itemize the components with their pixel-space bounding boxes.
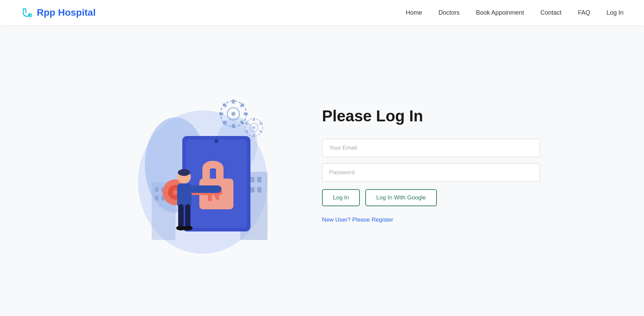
svg-point-19 (252, 126, 255, 129)
svg-rect-48 (208, 195, 212, 201)
email-group (322, 139, 540, 157)
nav-home[interactable]: Home (406, 9, 422, 16)
navbar: Rpp Hospital Home Doctors Book Appoinmen… (0, 0, 644, 25)
nav-contact[interactable]: Contact (540, 9, 562, 16)
svg-rect-15 (219, 112, 223, 115)
svg-rect-49 (216, 195, 219, 200)
svg-rect-23 (253, 134, 255, 137)
svg-rect-11 (244, 112, 248, 115)
login-illustration (107, 76, 278, 254)
nav-links: Home Doctors Book Appoinment Contact FAQ… (406, 9, 624, 16)
password-group (322, 163, 540, 182)
svg-rect-28 (250, 177, 255, 182)
svg-point-8 (231, 112, 235, 116)
register-link[interactable]: New User? Please Register (322, 216, 393, 223)
google-login-button[interactable]: Log In With Google (365, 189, 437, 206)
svg-rect-54 (178, 204, 184, 228)
brand-logo-link[interactable]: Rpp Hospital (20, 6, 96, 19)
svg-rect-31 (250, 187, 255, 193)
svg-rect-36 (155, 196, 158, 200)
buttons-row: Log In Log In With Google (322, 189, 540, 206)
login-button[interactable]: Log In (322, 189, 360, 206)
nav-book-appointment[interactable]: Book Appoinment (476, 9, 524, 16)
svg-point-57 (183, 226, 193, 230)
svg-rect-13 (232, 124, 235, 128)
svg-point-43 (214, 139, 218, 143)
main-content: Please Log In Log In Log In With Google … (0, 25, 644, 305)
svg-rect-29 (257, 177, 261, 182)
svg-rect-34 (155, 187, 158, 192)
svg-rect-32 (257, 187, 261, 193)
nav-doctors[interactable]: Doctors (439, 9, 460, 16)
brand-name: Rpp Hospital (37, 7, 96, 18)
login-section: Please Log In Log In Log In With Google … (322, 107, 540, 223)
svg-rect-9 (232, 100, 235, 104)
nav-login[interactable]: Log In (607, 9, 624, 16)
svg-rect-55 (185, 204, 190, 228)
svg-rect-22 (259, 130, 263, 133)
svg-rect-53 (189, 185, 221, 193)
password-input[interactable] (322, 163, 540, 182)
svg-point-51 (178, 169, 190, 176)
svg-rect-20 (253, 118, 255, 121)
stethoscope-icon (20, 6, 33, 19)
login-title: Please Log In (322, 107, 540, 125)
illustration-section (104, 76, 281, 254)
email-input[interactable] (322, 139, 540, 157)
nav-faq[interactable]: FAQ (578, 9, 590, 16)
svg-rect-52 (177, 183, 191, 207)
